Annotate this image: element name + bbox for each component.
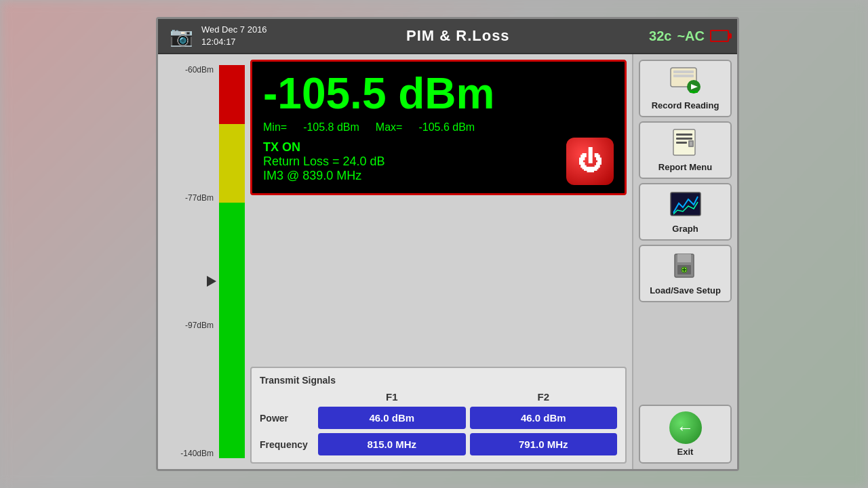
- spacer-area: [250, 201, 627, 361]
- datetime-display: Wed Dec 7 2016 12:04:17: [201, 24, 267, 48]
- power-button[interactable]: ⏻: [566, 138, 614, 185]
- svg-rect-14: [677, 254, 691, 262]
- meter-label-top: -60dBm: [185, 65, 214, 75]
- svg-rect-2: [673, 75, 694, 77]
- report-menu-icon: [668, 128, 703, 159]
- f2-header: F2: [470, 391, 618, 403]
- tx-status: TX ON: [263, 140, 555, 155]
- f2-power-value[interactable]: 46.0 dBm: [470, 407, 618, 429]
- level-meter: -60dBm -77dBm -97dBm -140dBm: [163, 60, 245, 464]
- min-label: Min=: [263, 121, 287, 134]
- meter-label-3: -97dBm: [185, 321, 214, 330]
- svg-rect-11: [690, 142, 692, 146]
- graph-label: Graph: [672, 224, 698, 234]
- frequency-row-label: Frequency: [260, 439, 314, 450]
- temperature-display: 32c: [649, 28, 671, 44]
- transmit-signals-panel: Transmit Signals F1 F2 Power 46.0 dBm 46…: [250, 367, 627, 464]
- svg-rect-1: [673, 70, 694, 73]
- svg-rect-9: [676, 142, 687, 144]
- main-area: -60dBm -77dBm -97dBm -140dBm -105.5 dBm: [158, 54, 737, 469]
- transmit-grid: F1 F2 Power 46.0 dBm 46.0 dBm Frequency …: [260, 391, 617, 455]
- device-frame: 📷 Wed Dec 7 2016 12:04:17 PIM & R.Loss 3…: [156, 17, 739, 471]
- exit-button[interactable]: ← Exit: [639, 405, 732, 464]
- exit-label: Exit: [677, 447, 694, 457]
- meter-red-zone: [219, 65, 245, 124]
- power-row-label: Power: [260, 413, 314, 424]
- load-save-button[interactable]: Load/Save Setup: [639, 245, 732, 302]
- load-save-icon: [668, 251, 703, 283]
- svg-rect-8: [676, 138, 692, 140]
- meter-bar: [219, 65, 245, 458]
- camera-icon: 📷: [170, 25, 193, 47]
- max-value: -105.6 dBm: [418, 121, 475, 134]
- meter-yellow-zone: [219, 124, 245, 203]
- transmit-title: Transmit Signals: [260, 375, 617, 386]
- camera-button[interactable]: 📷: [166, 21, 196, 51]
- report-menu-button[interactable]: Report Menu: [639, 121, 732, 179]
- record-reading-icon: [668, 66, 703, 98]
- power-icon: ⏻: [578, 147, 602, 176]
- exit-icon: ←: [669, 411, 702, 444]
- return-loss: Return Loss = 24.0 dB: [263, 155, 555, 169]
- graph-button[interactable]: Graph: [639, 183, 732, 241]
- tx-row: TX ON Return Loss = 24.0 dB IM3 @ 839.0 …: [263, 138, 614, 185]
- main-reading-value: -105.5 dBm: [263, 70, 614, 117]
- f1-freq-value[interactable]: 815.0 MHz: [318, 433, 466, 455]
- im3-value: IM3 @ 839.0 MHz: [263, 169, 555, 183]
- f2-freq-value[interactable]: 791.0 MHz: [470, 433, 618, 455]
- power-indicator: ~AC: [677, 28, 705, 44]
- report-menu-label: Report Menu: [658, 162, 712, 172]
- sidebar-spacer: [639, 306, 732, 401]
- f1-header: F1: [318, 391, 466, 403]
- record-reading-label: Record Reading: [652, 100, 719, 110]
- meter-green-zone: [219, 203, 245, 458]
- header-bar: 📷 Wed Dec 7 2016 12:04:17 PIM & R.Loss 3…: [158, 19, 737, 54]
- meter-label-bottom: -140dBm: [180, 449, 214, 458]
- right-sidebar: Record Reading Report Menu: [632, 54, 737, 469]
- reading-stats: Min= -105.8 dBm Max= -105.6 dBm: [263, 121, 614, 134]
- svg-rect-5: [690, 91, 698, 93]
- graph-icon: [668, 190, 703, 221]
- load-save-label: Load/Save Setup: [650, 285, 721, 296]
- min-value: -105.8 dBm: [303, 121, 359, 134]
- meter-labels: -60dBm -77dBm -97dBm -140dBm: [163, 65, 216, 458]
- f1-power-value[interactable]: 46.0 dBm: [318, 407, 466, 429]
- reading-display: -105.5 dBm Min= -105.8 dBm Max= -105.6 d…: [250, 60, 627, 195]
- meter-arrow: [207, 276, 216, 287]
- meter-label-2: -77dBm: [185, 193, 214, 203]
- status-indicators: 32c ~AC: [649, 28, 729, 44]
- max-label: Max=: [376, 121, 403, 134]
- left-panel: -60dBm -77dBm -97dBm -140dBm -105.5 dBm: [158, 54, 632, 469]
- app-title: PIM & R.Loss: [267, 27, 649, 45]
- svg-rect-7: [676, 134, 692, 136]
- battery-icon: [710, 30, 729, 42]
- readings-panel: -105.5 dBm Min= -105.8 dBm Max= -105.6 d…: [250, 60, 627, 464]
- record-reading-button[interactable]: Record Reading: [639, 60, 732, 117]
